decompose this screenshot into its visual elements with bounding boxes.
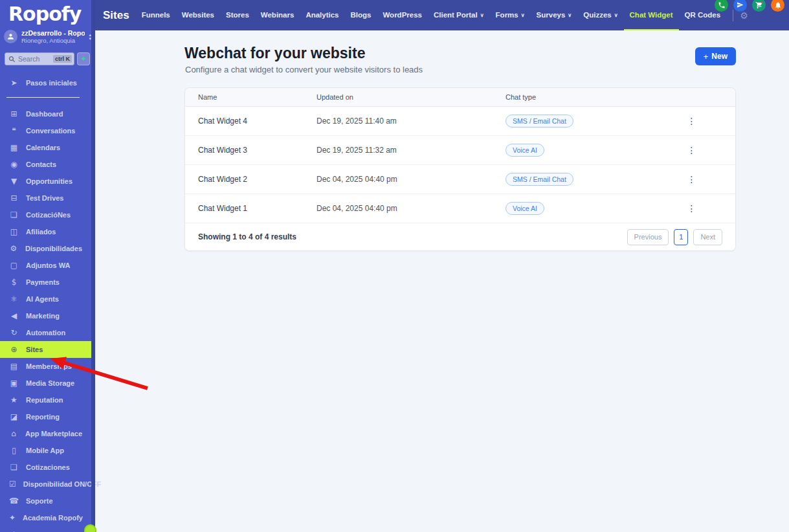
- sidebar-item-test-drives[interactable]: ⊟ Test Drives: [0, 190, 91, 206]
- notifications-button[interactable]: [771, 0, 784, 12]
- chart-icon: ◪: [9, 412, 19, 421]
- ai-sparkle-button[interactable]: ✦: [77, 52, 90, 65]
- sidebar-item-contacts[interactable]: ◉ Contacts: [0, 156, 91, 173]
- sidebar-item-reputation[interactable]: ★ Reputation: [0, 392, 91, 408]
- sidebar-item-adjuntos-wa[interactable]: ▢ Adjuntos WA: [0, 257, 91, 274]
- tab-client-portal[interactable]: Client Portal ∨: [428, 0, 490, 30]
- sidebar-item-marketing[interactable]: ◀ Marketing: [0, 307, 91, 324]
- sidebar-item-payments[interactable]: $ Payments: [0, 274, 91, 291]
- table-row: Chat Widget 4 Dec 19, 2025 11:40 am SMS …: [185, 107, 735, 136]
- tab-label: Stores: [226, 11, 249, 19]
- phone-button[interactable]: [715, 0, 728, 12]
- kebab-menu-icon[interactable]: ⋮: [683, 202, 700, 215]
- account-location: Rionegro, Antioquia: [21, 37, 85, 44]
- column-header-chat-type: Chat type: [506, 93, 661, 101]
- sidebar-divider: [6, 97, 80, 98]
- sidebar-item-dashboard[interactable]: ⊞ Dashboard: [0, 105, 91, 122]
- image-icon: ▣: [9, 379, 19, 388]
- contacts-icon: ◉: [9, 160, 19, 169]
- sidebar-item-label: Academia Ropofy: [23, 514, 83, 522]
- tab-label: Chat Widget: [630, 11, 673, 19]
- top-navigation: Sites Funnels ∨ Websites ∨ Stores ∨ Webi…: [95, 0, 789, 30]
- tab-websites[interactable]: Websites ∨: [176, 0, 220, 30]
- tab-label: Analytics: [306, 11, 339, 19]
- table-row: Chat Widget 1 Dec 04, 2025 04:40 pm Voic…: [185, 194, 735, 223]
- sidebar-scrollbar[interactable]: [91, 0, 95, 532]
- tab-funnels[interactable]: Funnels ∨: [136, 0, 176, 30]
- help-widget-button[interactable]: [84, 524, 96, 532]
- cart-button[interactable]: [752, 0, 766, 12]
- account-switcher[interactable]: zzDesarrollo - Ropofy Rionegro, Antioqui…: [4, 29, 91, 44]
- sidebar-item-soporte[interactable]: ☎ Soporte: [0, 493, 91, 509]
- sidebar-item-label: Media Storage: [26, 379, 74, 387]
- sidebar-item-afiliados[interactable]: ◫ Afiliados: [0, 223, 91, 240]
- sidebar-item-reporting[interactable]: ◪ Reporting: [0, 408, 91, 425]
- sidebar-item-media-storage[interactable]: ▣ Media Storage: [0, 375, 91, 392]
- sidebar-item-calendars[interactable]: ▦ Calendars: [0, 139, 91, 156]
- sidebar-item-disponibilidades[interactable]: ⚙ Disponibilidades: [0, 240, 91, 257]
- sidebar-item-label: Memberships: [26, 362, 72, 370]
- document-icon: ❏: [9, 463, 19, 472]
- account-name: zzDesarrollo - Ropofy: [21, 29, 85, 37]
- memberships-icon: ▤: [9, 362, 19, 371]
- widget-name[interactable]: Chat Widget 3: [198, 146, 317, 155]
- previous-button[interactable]: Previous: [627, 229, 669, 245]
- tab-surveys[interactable]: Surveys ∨: [531, 0, 578, 30]
- sidebar-item-mobile-app[interactable]: ▯ Mobile App: [0, 442, 91, 459]
- phone-device-icon: ▯: [9, 446, 19, 455]
- tab-label: Websites: [182, 11, 214, 19]
- widget-name[interactable]: Chat Widget 4: [198, 116, 317, 126]
- nav-section-title: Sites: [103, 9, 129, 22]
- sidebar-item-conversations[interactable]: ❝ Conversations: [0, 122, 91, 139]
- kebab-menu-icon[interactable]: ⋮: [683, 173, 700, 186]
- column-header-updated: Updated on: [317, 93, 506, 101]
- next-button[interactable]: Next: [693, 229, 722, 245]
- updated-on: Dec 19, 2025 11:40 am: [317, 116, 506, 126]
- kebab-menu-icon[interactable]: ⋮: [683, 115, 700, 127]
- sidebar-item-cotizaciones-2[interactable]: ❏ Cotizaciones: [0, 459, 91, 476]
- tab-label: Blogs: [351, 11, 372, 19]
- tab-label: WordPress: [383, 11, 422, 19]
- sidebar-item-pasos-iniciales[interactable]: ➤ Pasos iniciales: [0, 74, 91, 91]
- headset-icon: ☎: [9, 496, 19, 505]
- tab-chat-widget[interactable]: Chat Widget ∨: [624, 0, 679, 30]
- search-input[interactable]: Search ctrl K: [5, 52, 74, 65]
- sidebar-item-opportunities[interactable]: ▼ Opportunities: [0, 173, 91, 190]
- automation-icon: ↻: [9, 328, 19, 337]
- tab-blogs[interactable]: Blogs ∨: [345, 0, 377, 30]
- sidebar-item-disponibilidad-onoff[interactable]: ☑ Disponibilidad ON/OFF: [0, 476, 91, 493]
- chat-type-badge: SMS / Email Chat: [506, 173, 573, 186]
- page-number-button[interactable]: 1: [674, 229, 688, 245]
- document-icon: ❏: [9, 210, 19, 219]
- tab-wordpress[interactable]: WordPress ∨: [377, 0, 428, 30]
- sidebar-item-ai-agents[interactable]: ⚛ AI Agents: [0, 291, 91, 307]
- chevron-down-icon: ∨: [521, 12, 525, 18]
- sidebar-item-automation[interactable]: ↻ Automation: [0, 324, 91, 341]
- tab-quizzes[interactable]: Quizzes ∨: [577, 0, 623, 30]
- sidebar-item-label: Soporte: [26, 497, 53, 505]
- store-icon: ⌂: [9, 429, 18, 438]
- tab-stores[interactable]: Stores ∨: [220, 0, 255, 30]
- search-icon: [8, 56, 16, 63]
- plus-icon: +: [704, 52, 709, 61]
- sidebar-item-app-marketplace[interactable]: ⌂ App Marketplace: [0, 425, 91, 442]
- tab-forms[interactable]: Forms ∨: [490, 0, 531, 30]
- quick-actions-button[interactable]: [733, 0, 747, 12]
- tab-webinars[interactable]: Webinars ∨: [255, 0, 300, 30]
- sidebar-item-settings[interactable]: ⚙ Settings: [0, 526, 91, 532]
- page-title: Webchat for your website: [184, 45, 365, 62]
- widget-name[interactable]: Chat Widget 2: [198, 175, 317, 184]
- kebab-menu-icon[interactable]: ⋮: [683, 144, 700, 157]
- tab-analytics[interactable]: Analytics ∨: [300, 0, 344, 30]
- sidebar-item-sites[interactable]: ⊕ Sites: [0, 341, 91, 358]
- sidebar-item-cotizaciones-1[interactable]: ❏ CotizacióNes: [0, 206, 91, 223]
- tab-label: Client Portal: [434, 11, 478, 19]
- sidebar-item-label: Dashboard: [26, 110, 63, 118]
- widget-name[interactable]: Chat Widget 1: [198, 204, 317, 213]
- new-button[interactable]: + New: [695, 47, 736, 65]
- chevron-down-icon: ∨: [614, 12, 618, 18]
- sidebar-item-academia-ropofy[interactable]: ✦ Academia Ropofy: [0, 509, 91, 526]
- sidebar-item-label: Afiliados: [26, 228, 56, 236]
- sidebar-item-memberships[interactable]: ▤ Memberships: [0, 358, 91, 375]
- tab-label: QR Codes: [685, 11, 721, 19]
